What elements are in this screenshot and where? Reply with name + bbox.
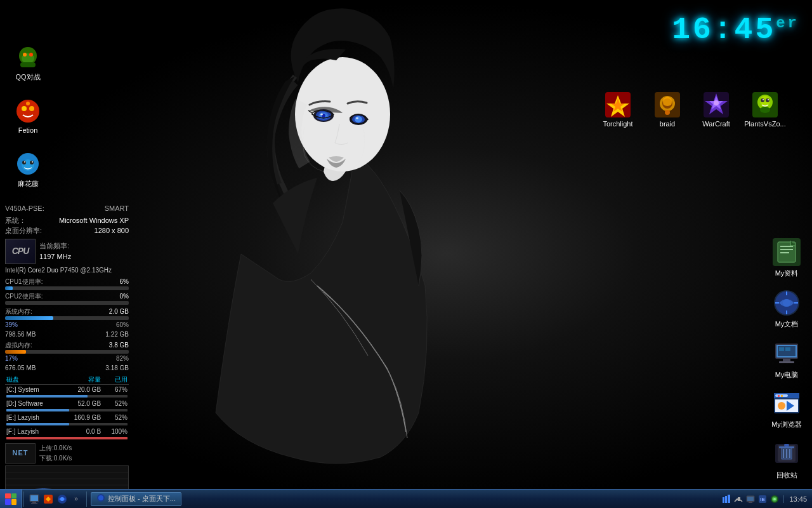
mahua-icon [15,151,41,177]
start-button[interactable] [0,490,22,509]
svg-rect-70 [784,444,789,446]
disk-name: [F:] Lazyish [5,427,61,436]
fetion-label: Fetion [5,126,51,134]
net-graph [5,465,129,491]
desktop-icon-qq[interactable]: QQ对战 [5,44,51,82]
net-logo: NET [5,443,36,464]
svg-rect-84 [725,496,727,503]
disk-cap: 52.0 GB [61,399,103,408]
wallpaper-figure [114,0,558,495]
task-btn-control-panel[interactable]: 控制面板 - 桌面天下... [91,492,181,506]
disk-cap: 160.9 GB [61,413,103,422]
braid-icon [655,92,680,117]
my-writing-icon [773,289,801,317]
ql-icon-1[interactable] [28,493,41,505]
desktop-icon-my-writing[interactable]: My文档 [761,289,812,329]
desktop-icon-torchlight[interactable]: Torchlight [595,92,641,128]
cpu1-value: 6% [120,277,129,286]
net-down: 下载:0.0K/s [39,453,72,464]
svg-rect-49 [780,252,789,253]
disk-row: [C:] System 20.0 GB 67% [5,384,129,394]
cpu-freq-label: 当前频率: [39,241,71,251]
svg-point-14 [23,53,27,57]
vram-used-pct: 17% [5,354,18,363]
desktop-icon-warcraft[interactable]: WarCraft [693,92,739,128]
vram-free-val: 3.18 GB [105,363,129,373]
desktop-icon-my-documents[interactable]: My资料 [761,238,812,278]
ram-free-pct: 60% [116,320,129,330]
svg-rect-58 [779,347,784,351]
tray-icon-4[interactable]: IE [757,494,768,504]
svg-rect-77 [31,503,37,504]
my-browser-icon [773,389,801,417]
svg-point-19 [29,106,34,111]
desktop-icon-recycle-bin[interactable]: 回收站 [761,440,812,480]
disk-cap: 20.0 GB [61,384,103,394]
ql-icon-arrow[interactable]: » [70,493,82,505]
vram-free-pct: 82% [116,354,129,363]
cpu-freq-value: 1197 MHz [39,251,71,262]
svg-point-40 [761,98,764,102]
svg-point-33 [665,110,670,115]
svg-point-35 [714,100,719,105]
tray-icon-3[interactable] [745,494,756,504]
net-up: 上传:0.0K/s [39,443,72,453]
desktop-icon-mahua[interactable]: 麻花藤 [5,151,51,189]
plantsvszombies-icon [752,92,778,117]
svg-point-18 [22,106,27,111]
cpu2-label: CPU2使用率: [5,291,43,301]
tray-icon-1[interactable] [721,494,731,504]
warcraft-icon [704,92,729,117]
torchlight-label: Torchlight [595,120,641,128]
disk-used: 100% [102,427,129,436]
os-label: 系统： [5,215,26,226]
os-value: Microsoft Windows XP [59,215,129,226]
plantsvszombies-label: PlantsVsZo... [742,120,788,128]
disk-used: 52% [102,413,129,422]
svg-rect-75 [30,495,38,501]
svg-rect-76 [32,502,36,503]
qq-battle-icon [15,44,41,70]
ram-used-pct: 39% [5,320,18,330]
desktop-icon-fetion[interactable]: Fetion [5,98,51,134]
cpu-logo: CPU [5,239,36,264]
braid-label: braid [645,120,690,128]
svg-point-1 [295,57,390,171]
clock-time: 16:45 [672,13,776,47]
disk-name: [C:] System [5,384,61,394]
desktop-icon-plantsvszombies[interactable]: PlantsVsZo... [742,92,788,128]
my-browser-label: My浏览器 [761,420,812,429]
svg-point-64 [778,402,785,410]
svg-rect-69 [779,446,794,448]
svg-rect-88 [749,502,752,503]
desktop-icon-my-computer[interactable]: My电脑 [761,340,812,380]
tray-icon-2[interactable] [733,494,743,504]
taskbar-time: 13:45 [783,495,812,503]
ql-icon-2[interactable] [42,493,55,505]
smart-label: SMART [105,203,129,214]
my-documents-icon [773,238,801,266]
disk-name: [E:] Lazyish [5,413,61,422]
disk-col-cap: 容量 [61,375,103,385]
disk-row: [E:] Lazyish 160.9 GB 52% [5,413,129,422]
taskbar-sep-2 [86,491,87,507]
tray-icon-5[interactable] [769,494,780,504]
ram-used-val: 798.56 MB [5,330,36,339]
ram-value: 2.0 GB [109,307,129,316]
disk-cap: 0.0 B [61,427,103,436]
desktop-icon-my-browser[interactable]: My浏览器 [761,389,812,429]
my-computer-icon [773,340,801,368]
svg-point-23 [22,161,26,164]
svg-rect-85 [728,495,730,503]
svg-rect-16 [20,62,36,67]
ql-icon-3[interactable] [56,493,69,505]
svg-rect-59 [785,347,790,351]
desktop-icon-braid[interactable]: braid [645,92,690,128]
cpu-model: Intel(R) Core2 Duo P7450 @2.13GHz [5,265,129,275]
disk-row: [D:] Software 52.0 GB 52% [5,399,129,408]
ram-label: 系统内存: [5,307,32,316]
svg-rect-66 [781,395,783,397]
clock-suffix: er [776,15,799,32]
disk-used: 52% [102,399,129,408]
disk-used: 67% [102,384,129,394]
